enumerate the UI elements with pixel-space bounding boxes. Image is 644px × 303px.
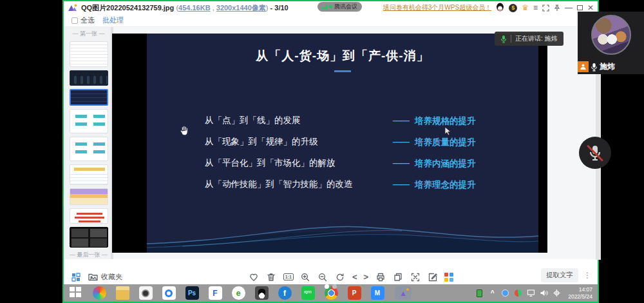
thumbnail-teal-boxes-2[interactable] <box>70 137 108 161</box>
wps-promo-link[interactable]: 填问卷有机会得3个月WPS超级会员！ <box>383 3 491 12</box>
bullet-left-text: 从「点」到「线」的发展 <box>205 115 393 126</box>
thumbnail-current-slide[interactable] <box>70 89 108 106</box>
more-options-icon[interactable]: ⋮ <box>583 271 591 280</box>
thumbnail-data-table[interactable] <box>70 164 108 185</box>
participant-video-tile[interactable]: 施炜 <box>578 12 644 74</box>
powerpoint-label: P <box>348 286 361 300</box>
bullet-row: 从「平台化」到「市场化」的解放 ——培养内涵的提升 <box>205 157 526 170</box>
favorites-label: 收藏夹 <box>101 272 122 282</box>
zoom-in-icon[interactable] <box>300 271 311 282</box>
favorites-button[interactable]: 收藏夹 <box>88 271 122 282</box>
last-page-label: — 最后一张 — <box>64 251 113 259</box>
colorful-app-tray-icon[interactable] <box>514 289 522 297</box>
taskbar-file-explorer[interactable] <box>111 284 134 302</box>
photoshop-label: Ps <box>185 286 199 300</box>
wave-decoration <box>147 213 538 253</box>
rotate-icon[interactable] <box>335 271 346 282</box>
bullet-right-text: ——培养质量的提升 <box>393 137 476 148</box>
next-image-button[interactable]: > <box>364 273 369 281</box>
select-all-checkbox[interactable] <box>71 17 78 24</box>
maximize-button[interactable] <box>577 5 583 10</box>
bullet-left-text: 从「现象」到「规律」的升级 <box>205 136 393 148</box>
participant-name: 施炜 <box>600 61 615 72</box>
blue-app-tray-icon[interactable] <box>501 289 509 297</box>
slide-bullets: 从「点」到「线」的发展 ——培养规格的提升 从「现象」到「规律」的升级 ——培养… <box>205 115 526 200</box>
taskbar-image-viewer[interactable]: ▲ <box>389 284 417 302</box>
clock-time: 14:07 <box>568 286 592 293</box>
thumbnail-dark-table[interactable] <box>70 70 108 86</box>
participant-mic-icon <box>591 63 598 72</box>
thumbnail-grid-icon[interactable] <box>70 271 81 282</box>
crosshair-icon[interactable] <box>553 289 561 297</box>
dash: —— <box>393 115 409 127</box>
green-status-dot <box>329 5 332 8</box>
system-tray: ^ 14:07 2022/5/24 <box>475 286 598 300</box>
thumbnail-red-text-doc[interactable] <box>70 208 108 224</box>
bullet-right-label: 培养内涵的提升 <box>415 158 476 170</box>
folder-icon <box>88 271 99 282</box>
thumbnail-document-table[interactable] <box>70 41 108 67</box>
taskbar-flash-center[interactable]: f <box>273 284 296 302</box>
mic-muted-button[interactable] <box>579 137 611 169</box>
clock-date: 2022/5/24 <box>568 293 592 300</box>
bullet-right-text: ——培养规格的提升 <box>393 115 476 127</box>
select-all-label: 全选 <box>80 15 95 25</box>
slide-title: 从「人-货-场」到「产-供-消」 <box>147 48 538 64</box>
taskbar-colorful-browser[interactable] <box>88 284 111 302</box>
taskbar-windows-start[interactable] <box>64 284 88 302</box>
batch-process-link[interactable]: 批处理 <box>102 15 124 25</box>
taskbar-powerpoint[interactable]: P <box>343 284 366 302</box>
viewer-label: ▲ <box>395 286 412 300</box>
thumbnail-colorful-table[interactable] <box>70 188 108 205</box>
taskbar-drive-app[interactable] <box>157 284 180 302</box>
dash: —— <box>393 137 409 148</box>
qq-penguin-icon[interactable] <box>496 3 504 13</box>
crown-vip-icon[interactable]: ♛ <box>522 4 529 12</box>
fullscreen-icon[interactable] <box>542 5 549 12</box>
taskbar-chrome[interactable] <box>319 284 343 302</box>
speaker-icon[interactable] <box>540 289 548 297</box>
ocr-scan-icon[interactable] <box>410 271 421 282</box>
comma: , <box>211 4 216 12</box>
select-all-control[interactable]: 全选 <box>71 15 95 25</box>
more-tools-icon[interactable] <box>444 273 453 282</box>
network-pc-icon[interactable] <box>527 289 535 297</box>
hidden-icons-caret[interactable]: ^ <box>488 289 497 297</box>
usb-device-icon[interactable] <box>475 289 484 297</box>
taskbar-iqiyi[interactable]: IQIYI <box>296 284 319 302</box>
taskbar-e-browser[interactable]: e <box>227 284 250 302</box>
mic-icon <box>500 35 507 43</box>
speaking-label: 正在讲话: 施炜 <box>515 34 558 43</box>
taskbar-camera-app[interactable] <box>134 284 157 302</box>
taskbar-clock[interactable]: 14:07 2022/5/24 <box>568 286 592 300</box>
taskbar-photoshop[interactable]: Ps <box>180 284 204 302</box>
taskbar-qq[interactable] <box>250 284 273 302</box>
file-dims-link[interactable]: 3200x1440像素 <box>216 4 266 12</box>
tencent-meeting-pill[interactable]: 腾讯会议 <box>317 2 362 12</box>
extract-text-button[interactable]: 提取文字 <box>541 268 578 282</box>
slide-content: 从「人-货-场」到「产-供-消」 从「点」到「线」的发展 ——培养规格的提升 从… <box>147 34 538 253</box>
thumbnail-video-grid[interactable] <box>70 227 108 248</box>
actual-size-icon[interactable]: 1:1 <box>283 273 294 280</box>
menu-icon[interactable]: ≡ <box>533 4 538 12</box>
close-button[interactable]: ✕ <box>587 4 594 12</box>
edit-icon[interactable] <box>427 271 438 282</box>
bullet-left-text: 从「动作技能」到「智力技能」的改造 <box>205 179 393 190</box>
previous-image-button[interactable]: < <box>352 273 357 281</box>
trash-icon[interactable] <box>266 271 277 282</box>
thumbnail-teal-boxes-1[interactable] <box>70 109 108 133</box>
bullet-right-label: 培养规格的提升 <box>415 115 476 127</box>
file-size-link[interactable]: 454.16KB <box>178 4 211 12</box>
image-index: 3/10 <box>274 4 288 12</box>
heart-icon[interactable] <box>249 271 260 282</box>
coin-icon[interactable]: $ <box>509 4 517 12</box>
minimize-button[interactable]: — <box>565 4 573 12</box>
copy-icon[interactable] <box>392 271 403 282</box>
meeting-pill-label: 腾讯会议 <box>334 3 357 11</box>
taskbar-tencent-meeting[interactable]: M <box>366 284 389 302</box>
taskbar-pdf-reader[interactable]: F <box>204 284 227 302</box>
participant-avatar <box>591 15 631 55</box>
print-icon[interactable] <box>375 271 386 282</box>
zoom-out-icon[interactable] <box>317 271 328 282</box>
pin-icon[interactable] <box>554 5 560 12</box>
